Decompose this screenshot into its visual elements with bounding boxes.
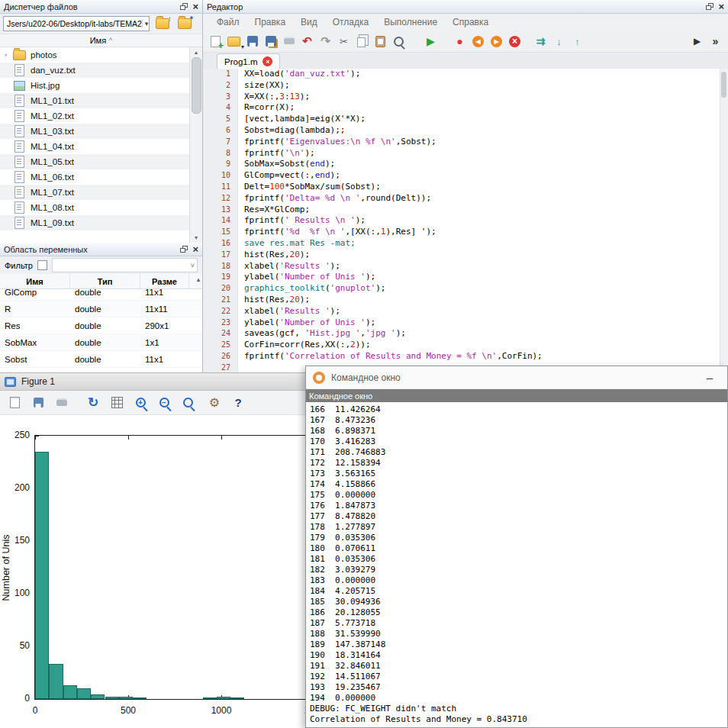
code-line[interactable]: 10GlComp=vect(:,end);	[203, 170, 720, 182]
menu-item[interactable]: Выполнение	[376, 15, 445, 29]
command-window-output[interactable]: 166 11.426264167 8.473236168 6.898371170…	[306, 402, 727, 727]
scroll-up-icon[interactable]: ▴	[195, 47, 198, 57]
prev-breakpoint-icon[interactable]	[469, 33, 487, 50]
code-line[interactable]: 14fprintf(' Results \n ');	[203, 215, 720, 227]
list-item[interactable]: ML1_08.txt	[0, 200, 189, 215]
undock-icon[interactable]	[180, 246, 188, 253]
code-line[interactable]: 13Res=X*GlComp;	[203, 205, 720, 216]
variable-row[interactable]: GlCompdouble11x1	[0, 289, 202, 301]
list-item[interactable]: ML1_09.txt	[0, 215, 189, 230]
run-secondary-icon[interactable]	[688, 33, 706, 50]
zoom-box-icon[interactable]	[179, 394, 197, 412]
scrollbar-thumb[interactable]	[721, 72, 726, 98]
code-line[interactable]: 19ylabel('Number of Unis ');	[203, 272, 720, 283]
code-line[interactable]: 4R=corr(X);	[203, 102, 720, 114]
zoom-in-icon[interactable]	[131, 394, 150, 412]
breakpoint-icon[interactable]	[451, 33, 469, 50]
step-out-icon[interactable]	[569, 33, 586, 50]
list-item[interactable]: ML1_07.txt	[0, 185, 189, 200]
list-item[interactable]: ›photos	[0, 47, 189, 63]
list-item[interactable]: ML1_06.txt	[0, 169, 189, 185]
expander-icon[interactable]: ›	[5, 51, 13, 59]
list-item[interactable]: ML1_03.txt	[0, 124, 189, 139]
scrollbar-thumb[interactable]	[192, 57, 201, 114]
variable-row[interactable]: Sobstdouble11x1	[0, 351, 202, 368]
list-item[interactable]: ML1_04.txt	[0, 139, 189, 154]
menu-item[interactable]: Файл	[209, 15, 247, 29]
code-line[interactable]: 3X=XX(:,3:13);	[203, 92, 720, 103]
command-window-titlebar[interactable]: Командное окно –	[306, 366, 727, 389]
workspace-table-header[interactable]: Имя Тип Разме ▴	[0, 274, 202, 289]
copy-icon[interactable]	[353, 33, 371, 50]
path-combo[interactable]: Jsers/u202-06/Desktop/it-labs/TEMA2 ▾	[3, 16, 150, 31]
step-icon[interactable]	[532, 33, 549, 50]
code-line[interactable]: 25CorFin=corr(Res,XX(:,2));	[203, 340, 720, 351]
column-type[interactable]: Тип	[70, 274, 140, 288]
code-editor[interactable]: 1XX=load('dan_vuz.txt');2size(XX);3X=XX(…	[203, 69, 720, 374]
next-breakpoint-icon[interactable]	[488, 33, 505, 50]
list-item[interactable]: dan_vuz.txt	[0, 63, 189, 78]
column-name[interactable]: Имя	[0, 274, 70, 288]
code-line[interactable]: 24saveas(gcf, 'Hist.jpg ','jpg ');	[203, 328, 720, 340]
code-line[interactable]: 16save res.mat Res -mat;	[203, 238, 720, 250]
code-line[interactable]: 6Sobst=diag(lambda);;	[203, 125, 720, 137]
grid-icon[interactable]	[108, 394, 126, 412]
code-line[interactable]: 7fprintf('Eigenvalues:\n %f \n',Sobst);	[203, 137, 720, 148]
file-list-header[interactable]: Имя ^	[0, 34, 202, 47]
zoom-out-icon[interactable]	[155, 394, 173, 412]
close-icon[interactable]: ×	[192, 2, 198, 11]
tools-icon[interactable]	[205, 394, 224, 412]
combo-arrow-icon[interactable]: ▾	[142, 20, 149, 27]
save-icon[interactable]	[243, 33, 261, 50]
list-item[interactable]: ML1_01.txt	[0, 93, 189, 108]
help-icon[interactable]	[229, 394, 247, 412]
tab-close-icon[interactable]: ×	[263, 56, 272, 66]
code-line[interactable]: 22xlabel('Results ');	[203, 306, 720, 317]
variable-row[interactable]: Rdouble11x11	[0, 301, 202, 317]
fig-print-icon[interactable]	[53, 394, 71, 412]
clear-breakpoints-icon[interactable]	[506, 33, 523, 50]
list-item[interactable]: ML1_02.txt	[0, 108, 189, 124]
run-icon[interactable]	[422, 33, 440, 50]
menu-item[interactable]: Правка	[247, 15, 294, 29]
code-line[interactable]: 8fprintf('\n');	[203, 148, 720, 159]
code-line[interactable]: 15fprintf('%d %f \n ',[XX(:,1),Res] ');	[203, 227, 720, 238]
refresh-icon[interactable]	[84, 394, 102, 412]
paste-icon[interactable]	[372, 33, 389, 50]
cut-icon[interactable]	[335, 33, 353, 50]
code-line[interactable]: 5[vect,lambda]=eig(X'*X);	[203, 114, 720, 125]
code-line[interactable]: 26fprintf('Correlation of Results and Mo…	[203, 351, 720, 362]
file-list-scrollbar[interactable]: ▴ ▾	[189, 47, 202, 243]
find-icon[interactable]	[390, 33, 407, 50]
tab-prog1[interactable]: Prog1.m ×	[217, 53, 280, 69]
code-line[interactable]: 2size(XX);	[203, 80, 720, 92]
code-line[interactable]: 18xlabel('Results ');	[203, 261, 720, 272]
close-icon[interactable]: ×	[192, 245, 198, 253]
undock-icon[interactable]	[180, 3, 188, 10]
code-line[interactable]: 11Delt=100*SobMax/sum(Sobst);	[203, 182, 720, 193]
code-line[interactable]: 1XX=load('dan_vuz.txt');	[203, 69, 720, 80]
fig-save-icon[interactable]	[29, 394, 47, 412]
scroll-down-icon[interactable]: ▾	[195, 233, 198, 243]
code-line[interactable]: 9SobMax=Sobst(end);	[203, 159, 720, 170]
column-size[interactable]: Разме	[140, 274, 189, 288]
variable-row[interactable]: SobMaxdouble1x1	[0, 334, 202, 351]
step-in-icon[interactable]	[550, 33, 568, 50]
overflow-icon[interactable]	[707, 33, 724, 50]
undo-icon[interactable]	[298, 33, 316, 50]
undock-icon[interactable]	[706, 3, 714, 10]
minimize-icon[interactable]: –	[699, 371, 720, 384]
redo-icon[interactable]	[317, 33, 334, 50]
print-icon[interactable]	[280, 33, 298, 50]
menu-item[interactable]: Справка	[445, 15, 496, 29]
filter-combo[interactable]: ˅	[52, 258, 198, 272]
open-file-icon[interactable]	[225, 33, 243, 50]
scroll-up-icon[interactable]: ▴	[197, 276, 200, 283]
sync-folder-icon[interactable]: ↑	[153, 15, 172, 32]
close-icon[interactable]: ×	[718, 2, 724, 11]
folder-actions-icon[interactable]: *	[175, 15, 194, 32]
list-item[interactable]: ML1_05.txt	[0, 154, 189, 169]
code-line[interactable]: 12fprintf('Delta= %d \n ',round(Delt));	[203, 193, 720, 205]
code-line[interactable]: 23ylabel('Number of Unis ');	[203, 317, 720, 329]
code-line[interactable]: 21hist(Res,20);	[203, 295, 720, 306]
